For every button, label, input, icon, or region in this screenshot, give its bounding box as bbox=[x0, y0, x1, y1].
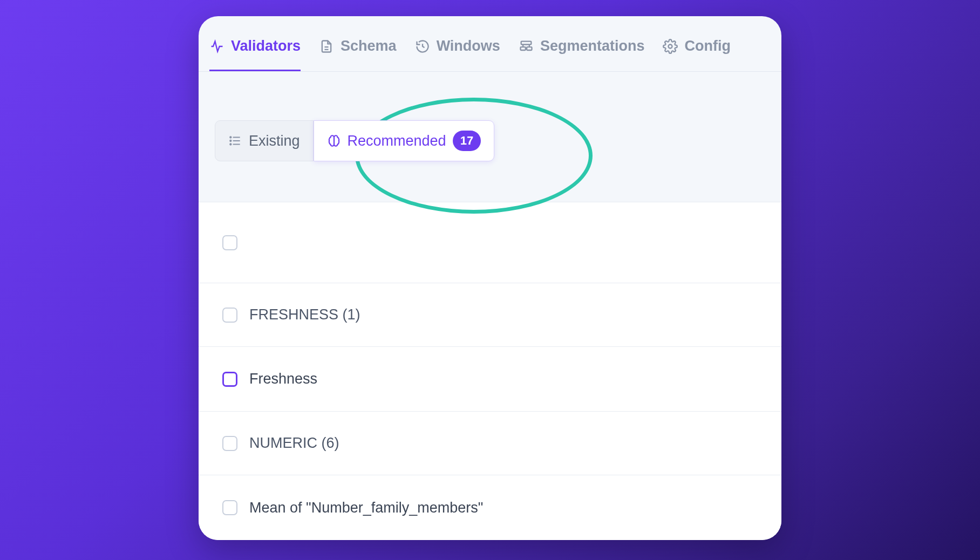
subtab-existing-label: Existing bbox=[249, 133, 300, 149]
svg-point-4 bbox=[230, 136, 231, 138]
group-freshness-row: FRESHNESS (1) bbox=[199, 283, 781, 347]
item-freshness-row: Freshness bbox=[199, 347, 781, 412]
subtab-recommended[interactable]: Recommended 17 bbox=[314, 120, 495, 161]
tab-schema-label: Schema bbox=[341, 38, 397, 54]
select-all-row bbox=[199, 202, 781, 283]
subtab-group: Existing Recommended 17 bbox=[215, 120, 765, 161]
svg-rect-2 bbox=[527, 47, 532, 50]
tab-config-label: Config bbox=[684, 38, 730, 54]
tab-segmentations-label: Segmentations bbox=[540, 38, 645, 54]
svg-rect-1 bbox=[520, 47, 525, 50]
item-mean-family-label: Mean of "Number_family_members" bbox=[249, 500, 483, 516]
item-freshness-checkbox[interactable] bbox=[222, 372, 237, 387]
brain-icon bbox=[327, 134, 341, 148]
tab-validators-label: Validators bbox=[231, 38, 301, 54]
group-freshness-label: FRESHNESS (1) bbox=[249, 306, 360, 323]
item-freshness-label: Freshness bbox=[249, 371, 317, 387]
tab-config[interactable]: Config bbox=[663, 38, 730, 71]
svg-point-5 bbox=[230, 140, 231, 141]
tab-windows-label: Windows bbox=[437, 38, 500, 54]
recommended-count-badge: 17 bbox=[453, 131, 481, 151]
svg-point-6 bbox=[230, 144, 231, 145]
group-numeric-checkbox[interactable] bbox=[222, 436, 237, 451]
validators-panel: Validators Schema Windows Segmentations … bbox=[199, 16, 781, 540]
svg-rect-0 bbox=[521, 41, 532, 44]
segment-icon bbox=[519, 39, 534, 54]
gear-icon bbox=[663, 39, 678, 54]
subtab-existing[interactable]: Existing bbox=[215, 120, 314, 161]
group-numeric-row: NUMERIC (6) bbox=[199, 412, 781, 475]
activity-icon bbox=[209, 39, 224, 54]
history-icon bbox=[415, 39, 430, 54]
svg-point-3 bbox=[669, 44, 672, 48]
item-mean-family-row: Mean of "Number_family_members" bbox=[199, 475, 781, 540]
file-icon bbox=[319, 39, 334, 54]
tab-windows[interactable]: Windows bbox=[415, 38, 500, 71]
tab-validators[interactable]: Validators bbox=[209, 38, 301, 71]
subtab-area: Existing Recommended 17 bbox=[199, 72, 781, 202]
item-mean-family-checkbox[interactable] bbox=[222, 500, 237, 515]
group-freshness-checkbox[interactable] bbox=[222, 308, 237, 323]
group-numeric-label: NUMERIC (6) bbox=[249, 435, 339, 452]
list-icon bbox=[228, 134, 242, 148]
tab-schema[interactable]: Schema bbox=[319, 38, 397, 71]
select-all-checkbox[interactable] bbox=[222, 235, 237, 250]
tab-segmentations[interactable]: Segmentations bbox=[519, 38, 645, 71]
subtab-recommended-label: Recommended bbox=[348, 133, 446, 149]
top-nav: Validators Schema Windows Segmentations … bbox=[199, 16, 781, 72]
